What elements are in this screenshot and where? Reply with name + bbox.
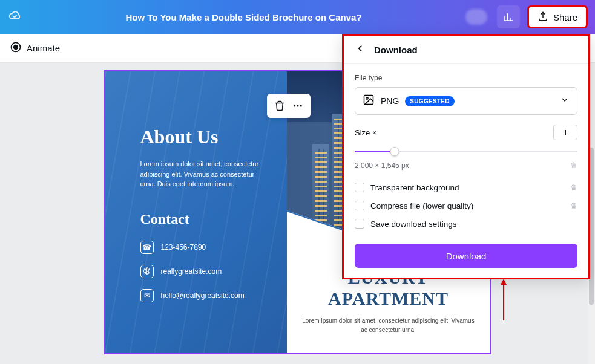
svg-point-4 <box>300 105 301 107</box>
mail-icon: ✉ <box>140 289 154 302</box>
animate-button[interactable]: Animate <box>10 41 60 55</box>
contact-site: reallygreatsite.com <box>161 267 222 276</box>
download-panel: Download File type PNG SUGGESTED Size × … <box>342 34 590 279</box>
save-settings-option[interactable]: Save download settings <box>355 215 577 233</box>
element-toolbar <box>267 94 311 118</box>
profile-avatar[interactable] <box>465 9 487 25</box>
about-body[interactable]: Lorem ipsum dolor sit amet, consectetur … <box>140 159 261 189</box>
share-label: Share <box>553 12 577 22</box>
filetype-value: PNG <box>381 96 399 106</box>
filetype-label: File type <box>355 74 577 82</box>
transparent-bg-label: Transparent background <box>370 183 459 192</box>
contact-email-row[interactable]: ✉ hello@reallygreatsite.com <box>140 289 272 302</box>
suggested-badge: SUGGESTED <box>405 96 455 106</box>
slider-thumb[interactable] <box>390 147 399 156</box>
contact-phone-row[interactable]: ☎ 123-456-7890 <box>140 241 272 254</box>
transparent-bg-checkbox[interactable] <box>355 183 364 192</box>
save-settings-label: Save download settings <box>370 219 457 229</box>
crown-icon: ♛ <box>570 183 577 192</box>
panel-title: Download <box>374 45 418 55</box>
more-options-button[interactable] <box>290 98 306 114</box>
luxury-body[interactable]: Lorem ipsum dolor sit amet, consectetur … <box>301 316 476 334</box>
share-button[interactable]: Share <box>527 5 588 28</box>
chevron-down-icon <box>560 95 570 107</box>
compress-option[interactable]: Compress file (lower quality) ♛ <box>355 197 577 215</box>
animate-icon <box>10 41 22 55</box>
animate-label: Animate <box>27 43 60 53</box>
document-title[interactable]: How To You Make a Double Sided Brochure … <box>29 12 458 22</box>
svg-point-6 <box>366 97 368 99</box>
svg-point-3 <box>297 105 298 107</box>
cloud-save-icon[interactable] <box>8 9 22 25</box>
luxury-heading-2[interactable]: APARTMENT <box>301 288 476 310</box>
top-bar: How To You Make a Double Sided Brochure … <box>0 0 595 34</box>
transparent-bg-option[interactable]: Transparent background ♛ <box>355 178 577 197</box>
crown-icon: ♛ <box>570 201 577 210</box>
annotation-arrow <box>503 284 504 320</box>
filetype-dropdown[interactable]: PNG SUGGESTED <box>355 87 577 115</box>
contact-site-row[interactable]: 🌐︎ reallygreatsite.com <box>140 265 272 278</box>
size-slider[interactable] <box>355 145 577 157</box>
compress-checkbox[interactable] <box>355 201 364 210</box>
size-label: Size × <box>355 128 377 137</box>
crown-icon: ♛ <box>570 161 577 170</box>
upload-icon <box>537 11 548 24</box>
panel-header: Download <box>344 36 588 64</box>
contact-email: hello@reallygreatsite.com <box>161 291 245 300</box>
contact-phone: 123-456-7890 <box>161 243 206 252</box>
download-button[interactable]: Download <box>355 244 577 268</box>
image-icon <box>363 94 375 108</box>
contact-heading[interactable]: Contact <box>140 211 272 227</box>
size-input[interactable] <box>553 125 577 140</box>
back-button[interactable] <box>355 43 366 56</box>
globe-icon: 🌐︎ <box>140 265 154 278</box>
compress-label: Compress file (lower quality) <box>370 201 473 210</box>
about-heading[interactable]: About Us <box>140 126 272 148</box>
insights-button[interactable] <box>497 5 520 28</box>
svg-point-1 <box>14 45 18 50</box>
svg-point-2 <box>294 105 295 107</box>
phone-icon: ☎ <box>140 241 154 254</box>
brochure-left-panel[interactable]: About Us Lorem ipsum dolor sit amet, con… <box>105 71 287 353</box>
delete-button[interactable] <box>272 98 288 114</box>
save-settings-checkbox[interactable] <box>355 219 364 229</box>
dimensions-text: 2,000 × 1,545 px <box>355 161 409 170</box>
